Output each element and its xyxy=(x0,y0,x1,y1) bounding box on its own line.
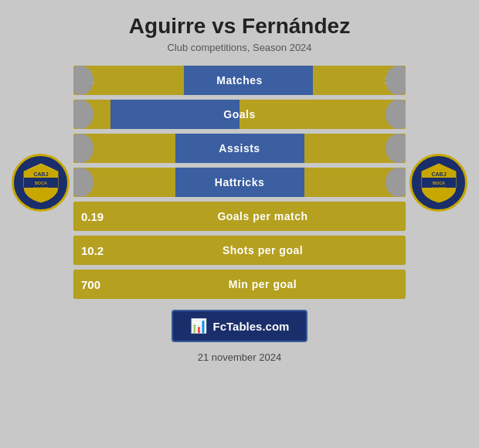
svg-text:CABJ: CABJ xyxy=(33,171,48,177)
left-shield-icon: CABJ BOCA JUNIORS xyxy=(19,161,63,204)
fctables-text: FcTables.com xyxy=(213,320,290,333)
right-logo-circle: CABJ BOCA JUNIORS xyxy=(409,154,467,212)
svg-text:BOCA: BOCA xyxy=(432,181,444,185)
stat-row: 700 Min per goal xyxy=(73,270,406,299)
stat-label: Shots per goal xyxy=(120,244,406,256)
date-footer: 21 november 2024 xyxy=(198,351,281,363)
left-logo-circle: CABJ BOCA JUNIORS xyxy=(12,154,70,212)
stat-row: 26 Matches 35 xyxy=(73,66,406,95)
svg-text:CABJ: CABJ xyxy=(431,171,446,177)
right-blob xyxy=(386,66,406,95)
svg-text:JUNIORS: JUNIORS xyxy=(431,187,447,191)
stat-label: Min per goal xyxy=(120,278,406,290)
stat-row: 0.19 Goals per match xyxy=(73,202,406,231)
stat-label: Goals xyxy=(110,108,369,120)
comparison-card: Aguirre vs Fernández Club competitions, … xyxy=(0,0,479,448)
stat-label: Assists xyxy=(110,142,369,154)
page-title: Aguirre vs Fernández xyxy=(129,14,350,39)
stat-single-value: 10.2 xyxy=(73,236,120,265)
fctables-banner: 📊 FcTables.com xyxy=(172,310,308,342)
stat-single-value: 700 xyxy=(73,270,120,299)
stat-label: Hattricks xyxy=(110,176,369,188)
stat-row: 5 Goals 0 xyxy=(73,100,406,129)
right-blob xyxy=(386,100,406,129)
stat-label: Matches xyxy=(110,74,369,87)
stat-single-value: 0.19 xyxy=(73,202,120,231)
stat-row: 2 Assists 2 xyxy=(73,134,406,163)
stat-label: Goals per match xyxy=(120,210,406,222)
stat-row: 0 Hattricks 0 xyxy=(73,168,406,197)
left-logo: CABJ BOCA JUNIORS xyxy=(8,154,73,212)
right-blob xyxy=(386,134,406,163)
right-shield-icon: CABJ BOCA JUNIORS xyxy=(417,161,460,204)
svg-text:BOCA: BOCA xyxy=(34,181,46,185)
stat-row: 10.2 Shots per goal xyxy=(73,236,406,265)
right-blob xyxy=(386,168,406,197)
comparison-area: CABJ BOCA JUNIORS 26 Matches 35 5 xyxy=(8,66,471,299)
page-subtitle: Club competitions, Season 2024 xyxy=(167,42,311,53)
stats-container: 26 Matches 35 5 Goals 0 2 xyxy=(73,66,406,299)
right-logo: CABJ BOCA JUNIORS xyxy=(406,154,471,212)
fctables-icon: 📊 xyxy=(190,317,207,334)
svg-text:JUNIORS: JUNIORS xyxy=(33,187,49,191)
